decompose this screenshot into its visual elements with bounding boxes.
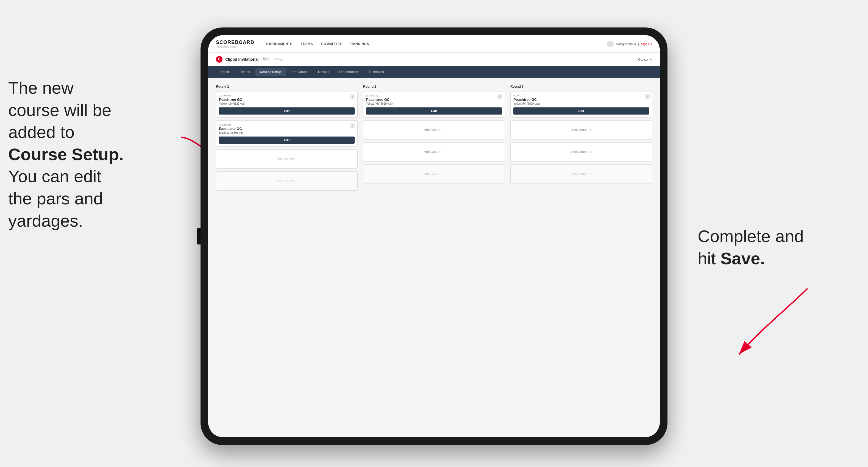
sub-nav: C Clippd Invitational Men Hosting Cancel… [208,53,660,66]
round-2-course-a-edit[interactable]: Edit [366,107,502,115]
main-content: Round 1 ✕ (Course A) Peachtree GC Yellow… [208,78,660,437]
round-3-course-a-card: ✕ (Course A) Peachtree GC Yellow (M) (66… [510,91,652,118]
round-3-add-course-3-label: Add Course + [571,172,591,176]
round-2-add-course-1-label: Add Course + [424,128,444,132]
nav-teams[interactable]: TEAMS [301,42,313,46]
round-1-course-a-tee: Yellow (M) (6629 yds) [219,102,354,105]
hosting-badge: Hosting [273,58,282,61]
round-3-add-course-3: Add Course + [510,164,652,184]
round-3-add-course-2[interactable]: Add Course + [510,142,652,161]
annotation-right-line2: hit Save. [698,249,765,268]
nav-committee[interactable]: COMMITTEE [321,42,342,46]
annotation-left-line5: the pars and [8,189,103,208]
c-logo: C [216,56,222,63]
top-nav: SCOREBOARD Powered by clippd TOURNAMENTS… [208,35,660,53]
round-2-add-course-2[interactable]: Add Course + [363,142,505,161]
annotation-right: Complete and hit Save. [698,225,840,270]
tab-tee-groups[interactable]: Tee Groups [287,68,313,76]
annotation-left-line6: yardages. [8,211,83,230]
cancel-label: Cancel [638,58,648,62]
round-1-course-b-tee: Black (M) (6891 yds) [219,131,354,134]
nav-sign-out[interactable]: Sign out [641,42,652,45]
round-2-course-a-label: (Course A) [366,94,502,97]
round-1-course-b-name: East Lake GC [219,127,354,131]
round-1-course-b-edit[interactable]: Edit [219,136,354,144]
round-1-course-a-card: ✕ (Course A) Peachtree GC Yellow (M) (66… [216,91,358,118]
tab-teams[interactable]: Teams [236,68,254,76]
tablet-screen: SCOREBOARD Powered by clippd TOURNAMENTS… [208,35,660,437]
round-1-course-a-delete[interactable]: ✕ [350,94,355,99]
round-2-course-a-card: ✕ (Course A) Peachtree GC Yellow (M) (66… [363,91,505,118]
nav-avatar [607,41,614,47]
round-3-course-a-delete[interactable]: ✕ [645,94,650,99]
annotation-left-line4: You can edit [8,167,101,186]
round-2-course-a-delete[interactable]: ✕ [497,94,502,99]
round-3-column: Round 3 ✕ (Course A) Peachtree GC Yellow… [510,85,652,193]
nav-tournaments[interactable]: TOURNAMENTS [265,42,292,46]
round-2-course-a-tee: Yellow (M) (6629 yds) [366,102,502,105]
annotation-right-line1: Complete and [698,227,804,246]
tab-leaderboards[interactable]: Leaderboards [335,68,364,76]
rounds-grid: Round 1 ✕ (Course A) Peachtree GC Yellow… [216,85,652,193]
tournament-name: Clippd Invitational [225,57,258,62]
round-1-course-a-edit[interactable]: Edit [219,107,354,115]
round-2-add-course-2-label: Add Course + [424,150,444,154]
round-1-add-course-2: Add Course + [216,172,358,191]
main-nav: TOURNAMENTS TEAMS COMMITTEE RANKINGS [265,42,607,46]
round-2-add-course-1[interactable]: Add Course + [363,120,505,139]
round-1-add-course-2-label: Add Course + [277,179,297,183]
tabs-bar: Details Teams Course Setup Tee Groups Re… [208,66,660,78]
round-1-add-course-1-label: Add Course + [277,157,297,161]
annotation-right-bold: Save. [720,249,765,268]
round-1-course-a-label: (Course A) [219,94,354,97]
round-1-course-b-label: (Course B) [219,123,354,126]
nav-user-email: blair@clippd.io [616,42,636,45]
nav-right: blair@clippd.io | Sign out [607,41,652,47]
brand-scoreboard: SCOREBOARD [216,39,254,45]
annotation-left-line1: The new [8,78,73,97]
annotation-left-bold: Course Setup. [8,145,124,164]
cancel-icon: ✕ [649,58,652,62]
tab-course-setup[interactable]: Course Setup [255,68,286,76]
tab-printables[interactable]: Printables [365,68,388,76]
cancel-button[interactable]: Cancel ✕ [638,58,652,62]
round-3-label: Round 3 [510,85,652,89]
round-3-add-course-2-label: Add Course + [571,150,591,154]
round-2-label: Round 2 [363,85,505,89]
round-3-course-a-edit[interactable]: Edit [514,107,649,115]
round-2-add-course-3-label: Add Course + [424,172,444,176]
tournament-title: C Clippd Invitational Men Hosting [216,56,282,63]
annotation-left-line2: course will be [8,100,112,120]
round-1-course-a-name: Peachtree GC [219,97,354,102]
cancel-area: Cancel ✕ [638,57,652,62]
annotation-left: The new course will be added to Course S… [8,77,179,232]
round-1-label: Round 1 [216,85,358,89]
arrow-right [731,283,813,360]
tablet-side-button [197,228,200,245]
tablet-frame: SCOREBOARD Powered by clippd TOURNAMENTS… [200,28,668,445]
round-3-course-a-tee: Yellow (M) (6629 yds) [514,102,649,105]
round-1-add-course-1[interactable]: Add Course + [216,150,358,169]
round-1-course-b-delete[interactable]: ✕ [350,123,355,128]
round-1-column: Round 1 ✕ (Course A) Peachtree GC Yellow… [216,85,358,193]
brand-powered: Powered by clippd [216,45,254,48]
brand: SCOREBOARD Powered by clippd [216,39,254,48]
tournament-gender-badge: Men [261,57,270,61]
round-3-course-a-name: Peachtree GC [514,97,649,102]
nav-rankings[interactable]: RANKINGS [350,42,369,46]
nav-separator: | [638,42,639,45]
tab-details[interactable]: Details [216,68,235,76]
tab-results[interactable]: Results [314,68,334,76]
round-2-course-a-name: Peachtree GC [366,97,502,102]
round-2-column: Round 2 ✕ (Course A) Peachtree GC Yellow… [363,85,505,193]
round-3-course-a-label: (Course A) [514,94,649,97]
round-3-add-course-1-label: Add Course + [571,128,591,132]
round-1-course-b-card: ✕ (Course B) East Lake GC Black (M) (689… [216,120,358,147]
round-2-add-course-3: Add Course + [363,164,505,184]
round-3-add-course-1[interactable]: Add Course + [510,120,652,139]
annotation-left-line3: added to [8,123,74,142]
